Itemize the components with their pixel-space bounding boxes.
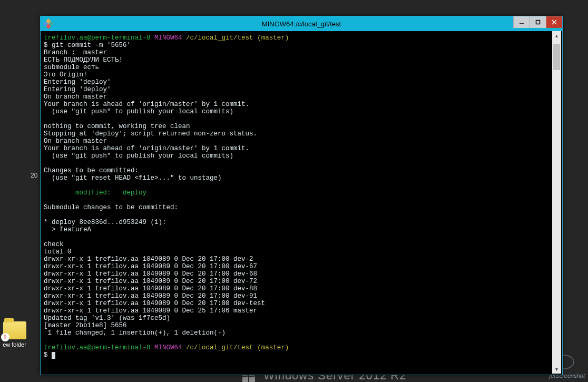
out-line: (use "git reset HEAD <file>..." to unsta… bbox=[44, 174, 222, 182]
window-title: MINGW64:/c/local_git/test bbox=[41, 20, 562, 28]
out-line: Submodule changes to be committed: bbox=[44, 204, 178, 211]
out-line: Changes to be committed: bbox=[44, 167, 139, 174]
ls-row: drwxr-xr-x 1 trefilov.aa 1049089 0 Dec 2… bbox=[44, 292, 257, 300]
cmd-line: $ git commit -m '5656' bbox=[44, 42, 131, 49]
maximize-button[interactable] bbox=[530, 16, 546, 28]
out-line: Your branch is ahead of 'origin/master' … bbox=[44, 145, 249, 152]
out-line: On branch master bbox=[44, 138, 107, 145]
out-line: [master 2bb11e8] 5656 bbox=[44, 322, 127, 329]
out-line: nothing to commit, working tree clean bbox=[44, 123, 190, 130]
warning-badge-icon: ! bbox=[1, 333, 9, 341]
out-line: Stopping at 'deploy'; script returned no… bbox=[44, 130, 257, 138]
out-line: Это Origin! bbox=[44, 71, 87, 79]
scrollbar[interactable]: ▲ ▼ bbox=[552, 31, 561, 374]
ls-row: drwxr-xr-x 1 trefilov.aa 1049089 0 Dec 2… bbox=[44, 285, 257, 292]
desktop-folder[interactable]: ! ew folder bbox=[0, 321, 29, 348]
cursor-icon bbox=[52, 352, 55, 359]
ls-row: drwxr-xr-x 1 trefilov.aa 1049089 0 Dec 2… bbox=[44, 307, 257, 315]
out-line: (use "git push" to publish your local co… bbox=[44, 108, 233, 115]
desktop-hint-number: 20 bbox=[31, 172, 37, 179]
prompt-env: MINGW64 bbox=[154, 34, 182, 42]
cmd-line: $ bbox=[44, 351, 52, 359]
prompt-user: trefilov.aa@perm-terminal-8 bbox=[44, 34, 151, 42]
terminal-output[interactable]: trefilov.aa@perm-terminal-8 MINGW64 /c/l… bbox=[42, 31, 552, 374]
out-line: Entering 'deploy' bbox=[44, 79, 111, 86]
ls-row: drwxr-xr-x 1 trefilov.aa 1049089 0 Dec 2… bbox=[44, 300, 265, 307]
terminal-window: MINGW64:/c/local_git/test trefilov.aa@pe… bbox=[40, 16, 563, 375]
ls-row: drwxr-xr-x 1 trefilov.aa 1049089 0 Dec 2… bbox=[44, 263, 257, 270]
ls-row: drwxr-xr-x 1 trefilov.aa 1049089 0 Dec 2… bbox=[44, 278, 257, 285]
scroll-down-icon[interactable]: ▼ bbox=[552, 365, 561, 374]
titlebar[interactable]: MINGW64:/c/local_git/test bbox=[41, 16, 562, 31]
out-line: 1 file changed, 1 insertion(+), 1 deleti… bbox=[44, 329, 226, 337]
ls-row: drwxr-xr-x 1 trefilov.aa 1049089 0 Dec 2… bbox=[44, 270, 257, 278]
prompt-user: trefilov.aa@perm-terminal-8 bbox=[44, 344, 151, 351]
out-line: (use "git push" to publish your local co… bbox=[44, 152, 233, 160]
out-line: total 0 bbox=[44, 248, 72, 256]
scroll-up-icon[interactable]: ▲ bbox=[552, 31, 561, 40]
prompt-branch: (master) bbox=[257, 344, 289, 351]
prompt-path: /c/local_git/test bbox=[186, 344, 253, 351]
prompt-env: MINGW64 bbox=[154, 344, 182, 351]
out-line: > featureA bbox=[44, 226, 91, 233]
folder-icon: ! bbox=[3, 321, 26, 339]
out-line: On branch master bbox=[44, 93, 107, 101]
out-line: Entering 'deploy' bbox=[44, 86, 111, 93]
out-line: Your branch is ahead of 'origin/master' … bbox=[44, 101, 249, 108]
close-button[interactable] bbox=[546, 16, 562, 28]
prompt-path: /c/local_git/test bbox=[186, 34, 253, 42]
out-line: * deploy 8ee836d...d953249 (1): bbox=[44, 219, 166, 226]
ls-row: drwxr-xr-x 1 trefilov.aa 1049089 0 Dec 2… bbox=[44, 256, 253, 263]
out-line-modified: modified: deploy bbox=[44, 189, 146, 197]
out-line: Branch : master bbox=[44, 49, 107, 56]
prompt-branch: (master) bbox=[257, 34, 289, 42]
out-line: ЕСТЬ ПОДМОДУЛИ ЕСТЬ! bbox=[44, 56, 123, 64]
out-line: submodule есть bbox=[44, 64, 99, 71]
scroll-thumb[interactable] bbox=[553, 44, 560, 70]
out-line: Updated tag 'v1.3' (was 1f7ce5d) bbox=[44, 315, 170, 322]
minimize-button[interactable] bbox=[513, 16, 530, 28]
svg-rect-1 bbox=[536, 21, 540, 24]
folder-label: ew folder bbox=[0, 341, 29, 348]
out-line: check bbox=[44, 241, 64, 248]
